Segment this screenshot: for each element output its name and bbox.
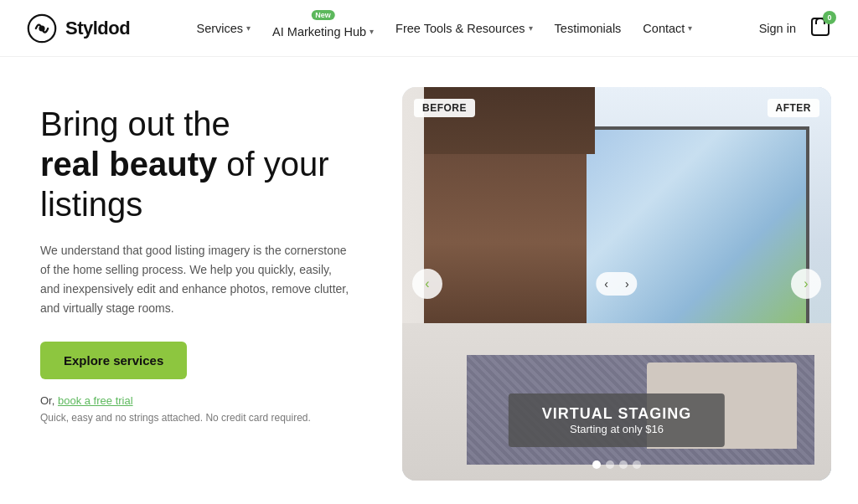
explore-services-button[interactable]: Explore services (40, 342, 187, 379)
dot-4[interactable] (633, 460, 641, 469)
slider-center-next[interactable]: › (617, 272, 638, 296)
dot-3[interactable] (619, 460, 628, 469)
svg-point-1 (39, 25, 44, 31)
chevron-down-icon: ▾ (529, 23, 533, 33)
hero-left: Bring out the real beauty of your listin… (40, 87, 375, 424)
logo-text: Styldod (65, 18, 130, 39)
slider-next-button[interactable]: › (791, 269, 821, 299)
nav-ai-marketing[interactable]: New AI Marketing Hub ▾ (264, 13, 382, 44)
nav-testimonials[interactable]: Testimonials (546, 17, 630, 40)
room-cabinet-top (424, 87, 596, 154)
cart-button[interactable]: 0 (809, 16, 831, 41)
hero-slider: BEFORE AFTER ‹ ‹ › › VIRTUAL STAGING Sta… (402, 87, 831, 481)
slider-prev-button[interactable]: ‹ (412, 269, 442, 299)
room-cabinet (424, 154, 587, 332)
slider-dots (592, 460, 641, 469)
slider-center-nav: ‹ › (596, 272, 637, 296)
free-trial-line: Or, book a free trial (40, 394, 375, 407)
logo-icon (27, 13, 57, 44)
chevron-down-icon: ▾ (688, 23, 692, 33)
header: Styldod Services ▾ New AI Marketing Hub … (0, 0, 858, 57)
new-badge: New (311, 10, 335, 20)
hero-subtext: We understand that good listing imagery … (40, 241, 350, 318)
dot-1[interactable] (592, 460, 601, 469)
sign-in-link[interactable]: Sign in (759, 22, 796, 35)
header-right: Sign in 0 (759, 16, 831, 41)
before-label: BEFORE (414, 99, 475, 117)
slider-caption-title: VIRTUAL STAGING (542, 405, 691, 423)
dot-2[interactable] (606, 460, 614, 469)
logo[interactable]: Styldod (27, 13, 130, 44)
slider-caption: VIRTUAL STAGING Starting at only $16 (509, 393, 725, 447)
nav-free-tools[interactable]: Free Tools & Resources ▾ (387, 17, 540, 40)
chevron-down-icon: ▾ (370, 27, 374, 36)
hero-headline: Bring out the real beauty of your listin… (40, 104, 375, 224)
free-trial-link[interactable]: book a free trial (58, 394, 133, 407)
main-content: Bring out the real beauty of your listin… (0, 57, 858, 504)
after-label: AFTER (768, 99, 820, 117)
nav-contact[interactable]: Contact ▾ (634, 17, 700, 40)
slider-caption-sub: Starting at only $16 (542, 423, 691, 435)
slider-center-prev[interactable]: ‹ (596, 272, 617, 296)
chevron-down-icon: ▾ (246, 23, 251, 33)
cart-count: 0 (823, 11, 836, 24)
nav-services[interactable]: Services ▾ (188, 17, 259, 40)
no-cc-text: Quick, easy and no strings attached. No … (40, 412, 375, 424)
main-nav: Services ▾ New AI Marketing Hub ▾ Free T… (188, 13, 700, 44)
